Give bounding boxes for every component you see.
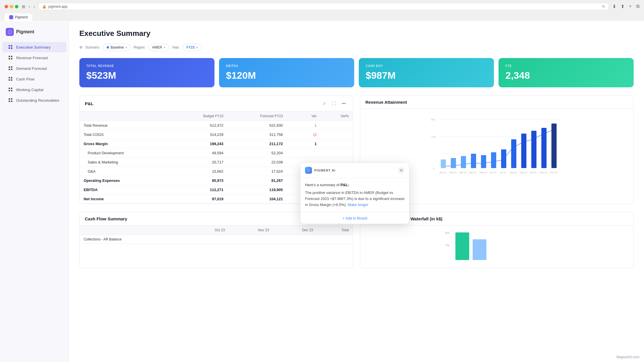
back-icon[interactable]: ‹: [29, 4, 30, 9]
tab-bar: Pigment: [5, 12, 639, 21]
svg-text:Jun 23: Jun 23: [490, 171, 497, 174]
svg-rect-10: [471, 154, 476, 168]
region-filter[interactable]: AMER ▾: [148, 44, 169, 51]
kpi-label-3: FTE: [505, 64, 627, 68]
pl-fullscreen-icon[interactable]: ⛶: [330, 100, 338, 107]
watermark: WaytoAGI.com: [616, 355, 639, 359]
reload-icon[interactable]: ↻: [602, 4, 605, 9]
ai-popup-footer: + Add to Board: [300, 212, 409, 224]
sidebar-label-demand-forecast: Demand Forecast: [16, 66, 47, 71]
filter-icon: ⚙: [79, 45, 83, 49]
svg-rect-16: [531, 131, 536, 168]
pl-budget: 97,019: [173, 195, 227, 204]
pl-varp: [321, 139, 353, 149]
svg-text:Feb 23: Feb 23: [449, 171, 457, 174]
svg-rect-18: [551, 124, 557, 168]
active-tab[interactable]: Pigment: [5, 14, 32, 21]
svg-text:Aug 23: Aug 23: [510, 171, 517, 174]
scenario-label: Scenario:: [85, 45, 100, 49]
svg-text:Jan 23: Jan 23: [439, 171, 446, 174]
pl-row-label: Gross Margin: [80, 139, 173, 149]
year-label: Year:: [172, 45, 180, 49]
browser-chrome: ⊞ ‹ › 🔒 pigment.app ↻ ⬇ ⬆ + ⧉ Pigment: [0, 0, 644, 21]
ai-intro-bold: P&L:: [340, 183, 349, 187]
new-tab-icon[interactable]: +: [629, 4, 632, 9]
svg-text:80k: 80k: [445, 231, 450, 234]
pl-forecast: 17,024: [227, 167, 287, 176]
sidebar-toggle-icon[interactable]: ⊞: [22, 4, 25, 9]
pl-forecast: 52,204: [227, 149, 287, 158]
pl-actions: ⤢ ⛶ •••: [321, 100, 348, 107]
kpi-row: TOTAL REVENUE $523M EBITDA $120M CASH EO…: [79, 58, 634, 87]
sidebar-item-revenue-forecast[interactable]: Revenue Forecast: [2, 53, 66, 63]
close-button[interactable]: [5, 5, 8, 8]
scenario-filter[interactable]: Baseline ▾: [103, 44, 131, 51]
svg-rect-8: [451, 158, 456, 168]
url-text: pigment.app: [48, 5, 67, 9]
kpi-card-cash-eoy: CASH EOY $987M: [359, 58, 494, 87]
year-chevron: ▾: [196, 46, 198, 49]
table-row: Total COGS 314,229 311,758 (2: [80, 130, 353, 139]
cf-col-label: [80, 226, 187, 235]
ai-logo: PIGMENT AI: [305, 167, 336, 174]
pl-row-label: Net Income: [80, 195, 173, 204]
pl-forecast: 211,172: [227, 139, 287, 149]
sidebar-item-cash-flow[interactable]: Cash Flow: [2, 74, 66, 84]
ai-close-button[interactable]: ✕: [398, 167, 405, 174]
address-bar[interactable]: 🔒 pigment.app ↻: [38, 3, 609, 10]
svg-rect-33: [455, 232, 469, 260]
sidebar-item-working-capital[interactable]: Working Capital: [2, 84, 66, 95]
tabs-icon[interactable]: ⧉: [636, 4, 639, 9]
svg-rect-17: [541, 128, 547, 168]
sidebar-item-executive-summary[interactable]: Executive Summary: [2, 42, 66, 52]
minimize-button[interactable]: [10, 5, 13, 8]
pl-budget: 314,229: [173, 130, 227, 139]
svg-text:Dec 23: Dec 23: [550, 171, 557, 174]
pl-more-icon[interactable]: •••: [340, 100, 348, 107]
table-row-gross-margin: Gross Margin 198,243 211,172 1: [80, 139, 353, 149]
pl-budget: 20,717: [173, 158, 227, 167]
kpi-label-2: CASH EOY: [366, 64, 487, 68]
sidebar-item-demand-forecast[interactable]: Demand Forecast: [2, 63, 66, 74]
kpi-label-0: TOTAL REVENUE: [86, 64, 208, 68]
pl-var: 1: [287, 121, 321, 130]
pl-var: 1: [287, 139, 321, 149]
svg-text:0: 0: [433, 167, 434, 170]
svg-rect-9: [461, 156, 466, 168]
sidebar-label-revenue-forecast: Revenue Forecast: [16, 56, 48, 60]
ai-make-longer-link[interactable]: Make longer: [348, 202, 368, 207]
add-to-board-button[interactable]: + Add to Board: [342, 216, 367, 220]
region-chevron: ▾: [164, 46, 165, 49]
year-filter[interactable]: FY23 ▾: [183, 44, 202, 51]
svg-rect-34: [473, 239, 486, 260]
pl-row-label: Product Development: [80, 149, 173, 158]
browser-toolbar: ⊞ ‹ › 🔒 pigment.app ↻ ⬇ ⬆ + ⧉: [5, 3, 639, 10]
forward-icon[interactable]: ›: [34, 4, 35, 9]
svg-rect-15: [521, 134, 526, 168]
svg-text:70k: 70k: [445, 244, 450, 247]
svg-rect-7: [441, 159, 446, 168]
pl-budget: 85,973: [173, 176, 227, 185]
svg-text:Mar 23: Mar 23: [459, 171, 467, 174]
pl-row-label: Operating Expenses: [80, 176, 173, 185]
kpi-label-1: EBITDA: [226, 64, 347, 68]
table-row: Total Revenue 512,472 522,930 1: [80, 121, 353, 130]
cf-dec: [273, 235, 317, 244]
svg-text:Nov 23: Nov 23: [540, 171, 547, 174]
pl-budget: 112,271: [173, 185, 227, 195]
pl-varp: [321, 149, 353, 158]
pl-row-label: Sales & Marketing: [80, 158, 173, 167]
revenue-attainment-title: Revenue Attainment: [365, 100, 407, 105]
download-icon[interactable]: ⬇: [612, 4, 616, 9]
sidebar-item-outstanding-receivables[interactable]: Outstanding Receivables: [2, 95, 66, 105]
svg-rect-13: [501, 149, 506, 168]
kpi-card-total-revenue: TOTAL REVENUE $523M: [79, 58, 214, 87]
pl-forecast: 81,267: [227, 176, 287, 185]
waterfall-chart-area: 80k 70k: [360, 226, 633, 268]
sidebar-label-executive-summary: Executive Summary: [16, 45, 51, 49]
maximize-button[interactable]: [15, 5, 18, 8]
share-icon[interactable]: ⬆: [621, 4, 624, 9]
pl-expand-icon[interactable]: ⤢: [321, 100, 328, 107]
cf-col-total: Total: [317, 226, 353, 235]
svg-text:Apr 23: Apr 23: [469, 171, 476, 174]
